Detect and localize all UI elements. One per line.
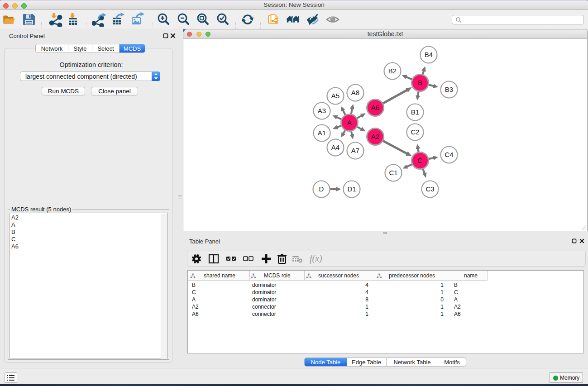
svg-text:D1: D1	[347, 185, 356, 193]
svg-text:B3: B3	[445, 86, 453, 93]
svg-text:A3: A3	[318, 107, 326, 114]
svg-text:A6: A6	[371, 104, 379, 111]
svg-text:A8: A8	[351, 89, 359, 96]
svg-text:B2: B2	[388, 67, 397, 75]
svg-text:C1: C1	[389, 169, 397, 176]
svg-text:A: A	[347, 119, 352, 126]
svg-text:C: C	[418, 157, 423, 164]
svg-text:D: D	[319, 185, 324, 193]
svg-text:C2: C2	[411, 128, 419, 136]
svg-text:A4: A4	[331, 143, 339, 151]
svg-text:A2: A2	[371, 133, 379, 140]
svg-text:B4: B4	[425, 51, 433, 58]
svg-text:B: B	[418, 79, 422, 86]
svg-text:A5: A5	[331, 92, 339, 100]
svg-text:C3: C3	[425, 185, 434, 193]
svg-text:f(x): f(x)	[310, 253, 322, 264]
svg-text:A7: A7	[351, 147, 359, 154]
svg-text:A1: A1	[318, 129, 326, 137]
svg-text:B1: B1	[411, 108, 419, 116]
svg-text:C4: C4	[445, 151, 453, 158]
